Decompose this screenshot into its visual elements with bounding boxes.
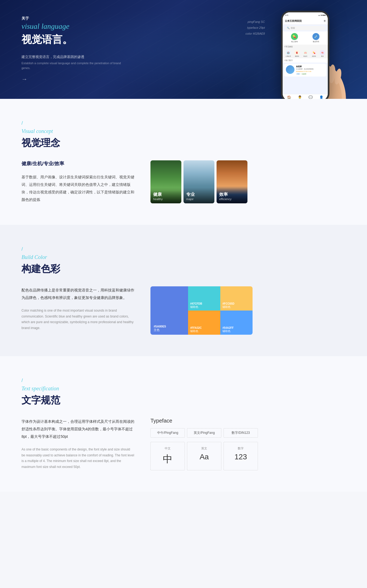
- color-desc-en: Color matching is one of the most import…: [21, 308, 134, 331]
- swatch-cyan: #47CFDB 辅助色: [188, 286, 220, 311]
- annotation-pingfang: pingFang SC: [246, 19, 265, 25]
- swatch-yellow-role: 辅助色: [222, 305, 250, 309]
- phone-status-bar: 9:41 ▲ ■ ■■■: [283, 12, 328, 18]
- nav-profile-icon[interactable]: 👤: [319, 95, 323, 99]
- visual-concept-content: 健康/生机/专业/效率 基于数据、用户画像、设计原生关键词探索出衍生关键词、视觉…: [21, 160, 346, 203]
- swatch-cyan-hex: #47CFDB: [190, 302, 218, 305]
- swatch-orange: #FFA32C 辅助色: [188, 311, 220, 335]
- service-icon-1: 🏥: [286, 50, 291, 55]
- typeface-samples-row: 中文 中 英文 Aa 数字 123: [150, 442, 258, 470]
- mood-cn-efficiency: 效率: [219, 192, 245, 197]
- phone-services-row: 🏥 心脑血管 🫀 糖尿病 🫁 高血压 💊 皮肤病: [283, 49, 328, 58]
- mood-en-healthy: healthy: [153, 197, 179, 201]
- color-content: 配色在品牌传播上是非常重要的视觉语音之一，用科技蓝和健康绿作为品牌色，色感纯净有…: [21, 286, 346, 335]
- sample-label-num: 数字: [227, 446, 254, 450]
- service-label-3: 高血压: [303, 55, 307, 57]
- section2-subtitle: Build Color: [21, 254, 346, 260]
- phone-doctor-card[interactable]: 徐恩辉 主治医师 · 北京协和医院 ★★★★★ 97.6% 3.6k 内科 心血…: [284, 64, 326, 77]
- phone-hot-section-label: I 常见病症: [283, 45, 328, 49]
- build-color-section: / Build Color 构建色彩 配色在品牌传播上是非常重要的视觉语音之一，…: [0, 225, 367, 356]
- doctor-tags: 内科 心血管: [296, 73, 325, 75]
- doctor-tag-2: 心血管: [301, 73, 307, 75]
- swatch-main-hex: #5A80E5: [154, 325, 185, 328]
- mood-card-efficiency: 效率 efficiency: [217, 160, 247, 203]
- swatch-blue: #54A2FF 辅助色: [220, 311, 253, 335]
- hot-doctors-label: I 热门医疗: [283, 58, 328, 63]
- mood-card-major: 专业 major: [184, 160, 214, 203]
- service-2[interactable]: 🫀 糖尿病: [294, 50, 299, 57]
- swatch-blue-role: 辅助色: [222, 329, 250, 333]
- typeface-col-cn: 中午/PingFang: [150, 428, 185, 438]
- mood-en-efficiency: efficiency: [219, 197, 245, 201]
- sample-label-cn: 中文: [154, 446, 181, 450]
- section1-title-cn: 视觉理念: [21, 136, 346, 150]
- section1-subtitle: Visual concept: [21, 128, 346, 134]
- drugs-icon: 💉: [312, 33, 319, 40]
- service-4[interactable]: 💊 皮肤病: [312, 50, 316, 57]
- doctor-rating: ★★★★★ 97.6% 3.6k: [296, 70, 325, 72]
- typeface-sample-en: 英文 Aa: [187, 442, 221, 470]
- online-consult-label: 线上咨询: [291, 41, 298, 43]
- typeface-col-en: 英文/PingFang: [187, 428, 221, 438]
- mood-card-healthy: 健康 healthy: [150, 160, 181, 203]
- mood-label-efficiency: 效率 efficiency: [217, 187, 247, 203]
- mood-en-major: major: [186, 197, 212, 201]
- phone-menu-icon[interactable]: ☰: [324, 20, 326, 22]
- phone-nav-bar: 🏠 👨‍⚕️ 💬 👤: [283, 94, 328, 99]
- color-desc-cn: 配色在品牌传播上是非常重要的视觉语音之一，用科技蓝和健康绿作为品牌色，色感纯净有…: [21, 286, 134, 301]
- nav-doctor-icon[interactable]: 👨‍⚕️: [298, 95, 302, 99]
- service-3[interactable]: 🫁 高血压: [303, 50, 308, 57]
- section2-title-cn: 构建色彩: [21, 262, 346, 276]
- visual-desc: 基于数据、用户画像、设计原生关键词探索出衍生关键词、视觉关键词、运用衍生关键词、…: [21, 173, 134, 203]
- palette-row-1: #5A80E5 主色 #47CFDB 辅助色 #FCC65D 辅助色 #FFA3…: [150, 286, 253, 335]
- phone-action-online[interactable]: 💊 线上咨询: [291, 33, 298, 43]
- service-icon-2: 🫀: [294, 50, 299, 55]
- typeface-sample-num: 数字 123: [224, 442, 258, 470]
- phone-action-drugs[interactable]: 💉 复诊开药: [312, 33, 319, 43]
- swatch-main: #5A80E5 主色: [150, 286, 188, 335]
- section2-number: /: [21, 246, 346, 252]
- color-palette: #5A80E5 主色 #47CFDB 辅助色 #FCC65D 辅助色 #FFA3…: [150, 286, 253, 335]
- color-text: 配色在品牌传播上是非常重要的视觉语音之一，用科技蓝和健康绿作为品牌色，色感纯净有…: [21, 286, 134, 331]
- section3-title-cn: 文字规范: [21, 394, 346, 407]
- hero-desc-en: Establish a complete visual language and…: [21, 61, 129, 70]
- sample-char-num: 123: [227, 453, 254, 461]
- swatch-orange-hex: #FFA32C: [190, 326, 218, 329]
- sample-char-cn: 中: [154, 453, 181, 466]
- doctor-info: 徐恩辉 主治医师 · 北京协和医院 ★★★★★ 97.6% 3.6k 内科 心血…: [296, 65, 325, 75]
- phone-device: 9:41 ▲ ■ ■■■ 云来互联网医院 ☰ 🔍 搜索 💊 线上咨询: [281, 11, 329, 99]
- type-section-header: / Text specification 文字规范: [21, 378, 346, 407]
- search-icon: 🔍: [287, 27, 290, 29]
- phone-quick-actions: 💊 线上咨询 💉 复诊开药: [283, 31, 328, 45]
- swatch-yellow-hex: #FCC65D: [222, 302, 250, 305]
- annotation-typeface: typeface 29pt: [246, 25, 265, 31]
- typeface-sample-cn: 中文 中: [150, 442, 185, 470]
- typeface-header-row: 中午/PingFang 英文/PingFang 数字/DIN123: [150, 428, 258, 438]
- hero-annotations: pingFang SC typeface 29pt color #028AE8: [246, 19, 265, 37]
- phone-search-bar[interactable]: 🔍 搜索: [285, 26, 326, 30]
- type-content: 字体作为设计基本构成之一，合理运用字体样式及尺寸从而在阅读的舒适性杀昂达到平衡。…: [21, 418, 346, 470]
- section3-number: /: [21, 378, 346, 383]
- phone-app-title: 云来互联网医院: [285, 19, 302, 23]
- sample-char-en: Aa: [190, 453, 218, 461]
- typography-section: / Text specification 文字规范 字体作为设计基本构成之一，合…: [0, 356, 367, 492]
- typeface-panel: Typeface 中午/PingFang 英文/PingFang 数字/DIN1…: [150, 418, 258, 470]
- mood-label-healthy: 健康 healthy: [150, 187, 181, 203]
- nav-home-icon[interactable]: 🏠: [287, 95, 291, 99]
- visual-concept-text: 健康/生机/专业/效率 基于数据、用户画像、设计原生关键词探索出衍生关键词、视觉…: [21, 160, 134, 203]
- service-icon-3: 🫁: [303, 50, 308, 55]
- service-1[interactable]: 🏥 心脑血管: [286, 50, 291, 57]
- service-5[interactable]: 🧠 更多: [320, 50, 325, 57]
- visual-mood-images: 健康 healthy 专业 major 效率 efficiency: [150, 160, 247, 203]
- service-icon-5: 🧠: [320, 50, 325, 55]
- swatch-main-role: 主色: [154, 328, 185, 332]
- section3-subtitle: Text specification: [21, 385, 346, 392]
- nav-consult-icon[interactable]: 💬: [308, 95, 313, 99]
- type-desc-en: As one of the basic components of the de…: [21, 447, 134, 470]
- typeface-col-num: 数字/DIN123: [224, 428, 258, 438]
- mood-cn-major: 专业: [186, 192, 212, 197]
- swatch-cyan-role: 辅助色: [190, 305, 218, 309]
- phone-header: 云来互联网医院 ☰: [283, 18, 328, 25]
- typeface-label: Typeface: [150, 418, 258, 424]
- doctor-name: 徐恩辉: [296, 65, 325, 68]
